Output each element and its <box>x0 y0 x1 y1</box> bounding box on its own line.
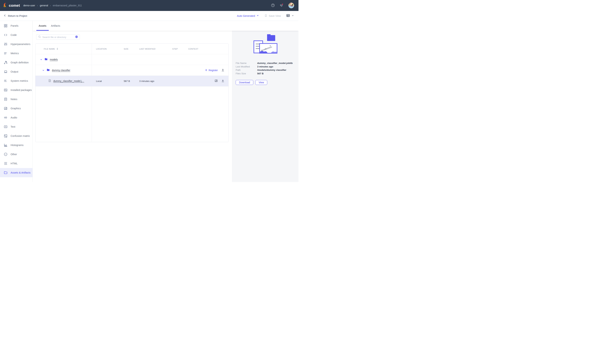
save-view-button[interactable]: Save View <box>264 14 281 18</box>
download-folder-button[interactable] <box>221 68 225 72</box>
tab-strip: Assets Artifacts <box>33 21 298 31</box>
breadcrumb: demo-user › general › embarrassed_pilast… <box>23 4 82 7</box>
folder-link[interactable]: dummy classifier <box>52 69 70 72</box>
register-model-button[interactable]: Register <box>205 69 218 72</box>
table-row-model-file[interactable]: dummy_classifier_model.j… Local 567 B 3 … <box>35 76 228 87</box>
column-header-label: CONTEXT <box>188 48 198 50</box>
search-input[interactable] <box>42 36 74 39</box>
collapse-chevron-icon[interactable] <box>40 58 42 61</box>
sidebar-item-text[interactable]: Tt Text <box>0 122 32 131</box>
assets-table: FILE NAME LOCATION SIZE LAST MODIFIED ST… <box>35 43 228 142</box>
sidebar-item-assets-artifacts[interactable]: Assets & Artifacts <box>0 168 32 177</box>
view-selector-dropdown[interactable]: Auto Generated <box>237 14 259 17</box>
column-header-last-modified[interactable]: LAST MODIFIED <box>139 44 156 54</box>
table-row-models[interactable]: models <box>35 54 228 65</box>
topbar: comet demo-user › general › embarrassed_… <box>0 0 298 11</box>
column-header-context[interactable]: CONTEXT <box>188 44 198 54</box>
image-preview-icon <box>214 79 218 83</box>
file-preview-illustration <box>253 34 277 54</box>
sidebar-item-other[interactable]: Other <box>0 150 32 159</box>
detail-value: dummy_classifier_model.joblib <box>257 61 293 65</box>
download-icon <box>221 68 225 72</box>
sidebar-item-confusion-matrix[interactable]: Confusion matrix <box>0 131 32 141</box>
column-header-label: SIZE <box>124 48 128 50</box>
return-to-project-button[interactable]: Return to Project <box>4 14 27 17</box>
breadcrumb-project[interactable]: general <box>40 4 48 7</box>
image-icon <box>4 106 8 110</box>
collapse-chevron-icon[interactable] <box>42 69 45 71</box>
sidebar-item-graphics[interactable]: Graphics <box>0 104 32 113</box>
sidebar-item-notes[interactable]: Notes <box>0 95 32 104</box>
column-header-label: FILE NAME <box>44 48 55 50</box>
detail-label: Files Size <box>236 72 257 75</box>
experiment-toolbar: Return to Project Auto Generated Save Vi… <box>0 11 298 21</box>
download-icon <box>221 79 225 83</box>
sidebar-item-label: Notes <box>11 98 17 101</box>
layout-switcher-button[interactable] <box>286 14 294 18</box>
sort-descending-icon <box>56 47 59 50</box>
column-header-label: STEP <box>172 48 178 50</box>
size-cell: 567 B <box>124 76 130 86</box>
sidebar-item-installed-packages[interactable]: Py Installed packages <box>0 86 32 95</box>
sidebar-item-audio[interactable]: Audio <box>0 113 32 122</box>
file-detail-panel: File Name dummy_classifier_model.joblib … <box>232 31 298 182</box>
detail-value: /models/dummy classifier <box>257 68 286 72</box>
download-file-button[interactable] <box>221 79 225 83</box>
toolbar-right: Auto Generated Save View <box>237 14 294 18</box>
column-header-size[interactable]: SIZE <box>124 44 128 54</box>
breadcrumb-separator: › <box>50 4 51 7</box>
help-button[interactable] <box>271 3 275 8</box>
sidebar-item-graph-definition[interactable]: Graph definition <box>0 58 32 67</box>
location-cell: Local <box>96 76 102 86</box>
view-button[interactable]: View <box>255 80 267 85</box>
breadcrumb-separator: › <box>37 4 38 7</box>
folder-icon <box>45 57 48 61</box>
row-actions: Register <box>205 65 225 76</box>
sliders-icon <box>4 42 8 46</box>
tab-artifacts[interactable]: Artifacts <box>49 21 63 31</box>
plus-icon <box>205 69 207 72</box>
sidebar-item-code[interactable]: Code <box>0 30 32 40</box>
logo-wordmark: comet <box>9 3 20 8</box>
main-content: Assets Artifacts <box>33 21 298 182</box>
comet-logo[interactable]: comet <box>3 2 21 8</box>
breadcrumb-workspace[interactable]: demo-user <box>23 4 35 7</box>
detail-row-files-size: Files Size 567 B <box>236 72 298 75</box>
sidebar-item-hyperparameters[interactable]: Hyperparameters <box>0 40 32 49</box>
table-view-icon <box>286 14 290 18</box>
tab-assets-label: Assets <box>39 24 47 27</box>
sidebar-item-html[interactable]: HTML HTML <box>0 159 32 168</box>
notes-icon <box>4 97 8 101</box>
file-name-cell: dummy classifier <box>42 65 70 76</box>
detail-row-path: Path /models/dummy classifier <box>236 68 298 72</box>
tab-assets[interactable]: Assets <box>36 21 49 31</box>
save-view-label: Save View <box>269 15 281 17</box>
other-icon <box>4 152 8 156</box>
assets-pane: FILE NAME LOCATION SIZE LAST MODIFIED ST… <box>33 31 232 182</box>
sidebar: Panels Code Hyperparameters Metrics Grap… <box>0 21 33 182</box>
detail-label: Path <box>236 68 257 72</box>
return-to-project-label: Return to Project <box>8 15 27 17</box>
sidebar-item-histograms[interactable]: Histograms <box>0 141 32 150</box>
column-header-step[interactable]: STEP <box>172 44 178 54</box>
folder-icon <box>47 68 50 72</box>
svg-text:Py: Py <box>5 89 7 91</box>
file-link[interactable]: dummy_classifier_model.j… <box>53 80 84 82</box>
search-settings-button[interactable] <box>75 35 78 39</box>
sidebar-item-metrics[interactable]: Metrics <box>0 49 32 58</box>
sidebar-item-system-metrics[interactable]: System metrics <box>0 76 32 86</box>
column-header-file-name[interactable]: FILE NAME <box>44 44 59 54</box>
breadcrumb-experiment: embarrassed_pilaster_911 <box>53 4 82 7</box>
sidebar-item-output[interactable]: Output <box>0 67 32 76</box>
comet-flame-icon <box>3 2 8 8</box>
folder-link[interactable]: models <box>50 58 58 61</box>
help-icon <box>271 3 275 8</box>
table-row-dummy-classifier[interactable]: dummy classifier Register <box>35 65 228 76</box>
column-header-location[interactable]: LOCATION <box>96 44 107 54</box>
file-document-icon <box>48 79 51 83</box>
sidebar-item-panels[interactable]: Panels <box>0 21 32 30</box>
user-avatar[interactable] <box>288 2 294 8</box>
download-button[interactable]: Download <box>236 80 253 85</box>
announcements-button[interactable] <box>279 3 284 8</box>
preview-image-button[interactable] <box>214 79 218 83</box>
